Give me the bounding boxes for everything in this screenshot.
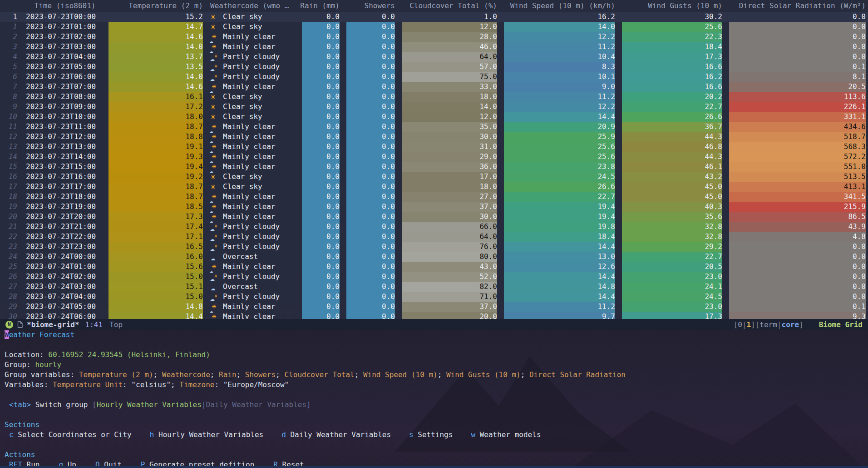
table-row[interactable]: 162023-07-23T16:0019.2☀Clear sky0.00.017… [0,172,868,182]
weathercode-label: Partly cloudy [223,62,280,72]
table-row[interactable]: 252023-07-24T01:0015.6☀☁Mainly clear0.00… [0,262,868,272]
table-row[interactable]: 12023-07-23T01:0014.7☀Clear sky0.00.012.… [0,22,868,32]
weathercode-cell: ☀☁Partly cloudy [207,62,299,72]
group-tab-option[interactable]: Hourly Weather Variables [97,400,202,409]
table-row[interactable]: 82023-07-23T08:0016.1☀Clear sky0.00.018.… [0,92,868,102]
group-tab-option[interactable]: Daily Weather Variables [206,400,307,409]
table-row[interactable]: 42023-07-23T04:0013.7☀☁Partly cloudy0.00… [0,52,868,62]
line-number: 20 [0,212,21,222]
weathercode-label: Partly cloudy [223,72,280,82]
table-row[interactable]: 142023-07-23T14:0019.3☀☁Mainly clear0.00… [0,152,868,162]
weathercode-cell: ☀Clear sky [207,12,299,22]
window-number-active[interactable]: 1 [746,320,751,329]
wind-gusts-cell: 24.5 [619,292,726,302]
showers-cell: 0.0 [343,142,399,152]
line-number: 30 [0,312,21,319]
time-cell: 2023-07-23T07:00 [21,82,108,92]
cloudcover-cell: 18.0 [399,92,501,102]
table-row[interactable]: 282023-07-24T04:0015.0☀☁Partly cloudy0.0… [0,292,868,302]
variables-label: Variables: [5,380,48,389]
cloudcover-cell: 64.0 [399,232,501,242]
key-hint: w [471,430,475,439]
temperature-cell: 15.2 [108,12,207,22]
variables-line: Variables: Temperature Unit: "celsius"; … [5,380,289,390]
tab-key[interactable]: <tab> [9,400,31,409]
time-cell: 2023-07-23T00:00 [21,12,108,22]
biome-grid-app: Time (iso8601) Temperature (2 m) (°C) We… [0,0,868,468]
temperature-cell: 18.7 [108,192,207,202]
section-item-s[interactable]: s Settings [409,430,453,439]
weathercode-cell: ☀Clear sky [207,22,299,32]
table-row[interactable]: 172023-07-23T17:0018.7☀Clear sky0.00.018… [0,182,868,192]
time-cell: 2023-07-24T00:00 [21,252,108,262]
table-row[interactable]: 122023-07-23T12:0018.8☀☁Mainly clear0.00… [0,132,868,142]
table-row[interactable]: 192023-07-23T19:0018.5☀☁Mainly clear0.00… [0,202,868,212]
showers-cell: 0.0 [343,282,399,292]
weathercode-cell: ☀☁Mainly clear [207,122,299,132]
table-row[interactable]: 92023-07-23T09:0017.2☀Clear sky0.00.014.… [0,102,868,112]
table-row[interactable]: 262023-07-24T02:0015.0☀☁Partly cloudy0.0… [0,272,868,282]
table-row[interactable]: 52023-07-23T05:0013.5☀☁Partly cloudy0.00… [0,62,868,72]
table-row[interactable]: 212023-07-23T21:0017.4☀☁Partly cloudy0.0… [0,222,868,232]
table-row[interactable]: 202023-07-23T20:0017.3☀☁Mainly clear0.00… [0,212,868,222]
group-variable: Weathercode [162,370,210,379]
weathercode-cell: ☀☁Partly cloudy [207,222,299,232]
section-item-c[interactable]: c Select Coordinates or City [9,430,132,439]
cloudcover-cell: 37.0 [399,202,501,212]
table-row[interactable]: 272023-07-24T03:0015.1☁Overcast0.00.082.… [0,282,868,292]
table-row[interactable]: 182023-07-23T18:0018.7☀☁Mainly clear0.00… [0,192,868,202]
buffer-file-icon [17,321,23,328]
cloudcover-cell: 35.0 [399,122,501,132]
window-number-inactive[interactable]: 0 [738,320,742,329]
cloudcover-cell: 82.0 [399,282,501,292]
table-row[interactable]: 12023-07-23T00:0015.2☀Clear sky0.00.01.0… [0,12,868,22]
table-row[interactable]: 132023-07-23T13:0019.1☀☁Mainly clear0.00… [0,142,868,152]
cloudcover-cell: 17.0 [399,172,501,182]
table-row[interactable]: 32023-07-23T03:0014.0☀☁Mainly clear0.00.… [0,42,868,52]
group-value: hourly [35,360,61,369]
wind-gusts-cell: 23.0 [619,302,726,312]
cloudcover-cell: 18.0 [399,182,501,192]
temperature-cell: 17.1 [108,232,207,242]
table-row[interactable]: 302023-07-24T06:0014.4☀☁Mainly clear0.00… [0,312,868,319]
section-item-w[interactable]: w Weather models [471,430,541,439]
table-row[interactable]: 62023-07-23T06:0014.0☀☁Partly cloudy0.00… [0,72,868,82]
solar-radiation-cell: 0.0 [726,252,868,262]
table-row[interactable]: 232023-07-23T23:0016.5☀☁Partly cloudy0.0… [0,242,868,252]
cloudcover-cell: 31.0 [399,142,501,152]
section-item-h[interactable]: h Hourly Weather Variables [150,430,263,439]
weathercode-label: Clear sky [223,12,262,22]
table-row[interactable]: 152023-07-23T15:0019.4☀☁Mainly clear0.00… [0,162,868,172]
weathercode-cell: ☀Clear sky [207,112,299,122]
line-number: 5 [0,62,21,72]
time-cell: 2023-07-23T19:00 [21,202,108,212]
evil-state-badge: N [5,321,13,329]
weathercode-label: Mainly clear [223,262,276,272]
layout-active[interactable]: core [782,320,799,329]
weathercode-cell: ☀Clear sky [207,182,299,192]
section-item-d[interactable]: d Daily Weather Variables [281,430,391,439]
cloudcover-cell: 71.0 [399,292,501,302]
layout-inactive[interactable]: term [760,320,777,329]
table-row[interactable]: 72023-07-23T07:0014.6☀☁Mainly clear0.00.… [0,82,868,92]
weathercode-cell: ☀Clear sky [207,172,299,182]
table-row[interactable]: 242023-07-24T00:0016.0☁Overcast0.00.080.… [0,252,868,262]
group-variable: Cloudcover Total [285,370,355,379]
table-row[interactable]: 102023-07-23T10:0018.0☀Clear sky0.00.012… [0,112,868,122]
table-row[interactable]: 222023-07-23T22:0017.1☀☁Partly cloudy0.0… [0,232,868,242]
solar-radiation-cell: 0.0 [726,262,868,272]
table-row[interactable]: 22023-07-23T02:0014.6☀☁Mainly clear0.00.… [0,32,868,42]
table-row[interactable]: 292023-07-24T05:0014.8☀☁Mainly clear0.00… [0,302,868,312]
wind-gusts-cell: 18.4 [619,42,726,52]
weathercode-cell: ☀☁Mainly clear [207,162,299,172]
line-number: 24 [0,252,21,262]
table-row[interactable]: 112023-07-23T11:0018.7☀☁Mainly clear0.00… [0,122,868,132]
showers-cell: 0.0 [343,42,399,52]
showers-cell: 0.0 [343,82,399,92]
solar-radiation-cell: 0.0 [726,12,868,22]
cloudcover-cell: 76.0 [399,242,501,252]
weathercode-label: Clear sky [223,92,262,102]
solar-radiation-cell: 20.5 [726,82,868,92]
line-number: 1 [0,22,21,32]
rain-cell: 0.0 [299,72,343,82]
